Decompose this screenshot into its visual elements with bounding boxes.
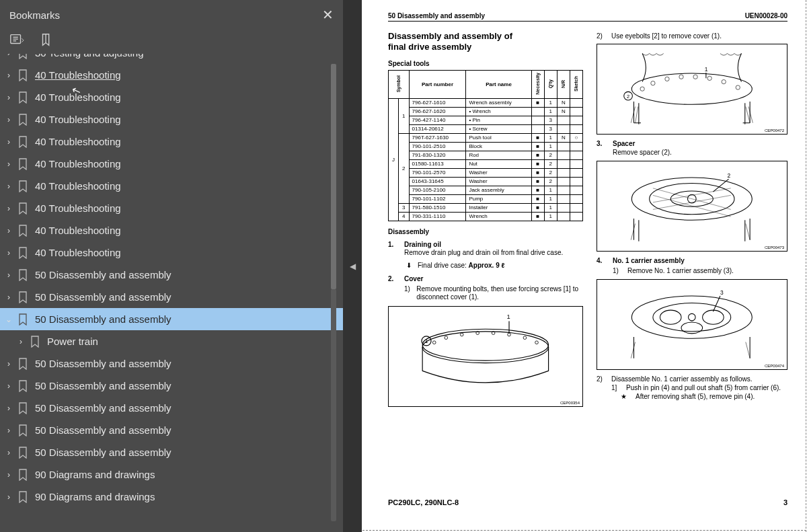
chevron-icon[interactable]: › — [4, 226, 13, 235]
chevron-icon[interactable]: › — [4, 381, 13, 391]
svg-point-22 — [665, 77, 669, 81]
bookmark-item[interactable]: ›40 Troubleshooting — [0, 219, 343, 241]
svg-point-8 — [445, 336, 448, 339]
table-row: J1796-627-1610Wrench assembly■1N — [389, 98, 583, 107]
chevron-icon[interactable]: › — [4, 159, 13, 169]
bookmark-item[interactable]: ›40 Troubleshooting — [0, 64, 343, 86]
scrollbar-thumb-lower[interactable] — [331, 289, 336, 521]
footer-pagenum: 3 — [783, 498, 787, 506]
chevron-icon[interactable]: › — [4, 426, 13, 435]
bookmark-item[interactable]: ›40 Troubleshooting — [0, 108, 343, 130]
chevron-icon[interactable]: › — [4, 137, 13, 147]
svg-point-51 — [703, 310, 724, 324]
bookmark-label[interactable]: Power train — [47, 336, 98, 347]
svg-line-57 — [714, 296, 721, 311]
bookmark-item[interactable]: ›40 Troubleshooting — [0, 197, 343, 219]
bookmark-label[interactable]: 40 Troubleshooting — [35, 202, 121, 214]
bookmark-item[interactable]: ›30 Testing and adjusting — [0, 54, 343, 64]
bookmark-item[interactable]: ›Power train — [0, 330, 343, 352]
bookmark-label[interactable]: 40 Troubleshooting — [35, 91, 121, 103]
bookmark-item[interactable]: ›50 Disassembly and assembly — [0, 286, 343, 308]
page-edge-right — [806, 0, 806, 532]
bookmark-item[interactable]: ›90 Diagrams and drawings — [0, 486, 343, 508]
svg-text:3: 3 — [720, 289, 724, 296]
svg-point-26 — [722, 80, 726, 84]
bookmark-label[interactable]: 50 Disassembly and assembly — [35, 269, 171, 280]
header-right: UEN00028-00 — [745, 12, 787, 20]
bookmark-icon — [16, 136, 30, 148]
chevron-icon[interactable]: › — [4, 492, 13, 502]
bookmark-label[interactable]: 40 Troubleshooting — [35, 114, 121, 125]
bookmark-label[interactable]: 50 Disassembly and assembly — [35, 313, 171, 325]
step-1: 1. Draining oil Remove drain plug and dr… — [388, 241, 583, 270]
chevron-icon[interactable]: › — [4, 270, 13, 280]
bookmark-item[interactable]: ›50 Disassembly and assembly — [0, 397, 343, 419]
bookmark-item[interactable]: ›40 Troubleshooting — [0, 175, 343, 197]
scrollbar[interactable] — [331, 64, 336, 521]
bookmark-label[interactable]: 30 Testing and adjusting — [35, 54, 144, 59]
bookmark-label[interactable]: 50 Disassembly and assembly — [35, 447, 171, 458]
bookmark-label[interactable]: 40 Troubleshooting — [35, 69, 121, 81]
panel-divider[interactable]: ◀ — [343, 0, 362, 532]
bookmark-label[interactable]: 40 Troubleshooting — [35, 136, 121, 147]
bookmark-label[interactable]: 40 Troubleshooting — [35, 158, 121, 169]
bookmark-label[interactable]: 90 Diagrams and drawings — [35, 469, 155, 480]
chevron-icon[interactable]: › — [4, 115, 13, 124]
chevron-icon[interactable]: › — [4, 248, 13, 258]
bookmark-item[interactable]: ›40 Troubleshooting — [0, 86, 343, 108]
bookmark-label[interactable]: 50 Disassembly and assembly — [35, 380, 171, 391]
options-icon[interactable] — [9, 32, 24, 47]
bookmarks-list[interactable]: ›30 Testing and adjusting›40 Troubleshoo… — [0, 54, 343, 532]
chevron-icon[interactable]: › — [16, 337, 26, 346]
bookmark-label[interactable]: 40 Troubleshooting — [35, 247, 121, 258]
page-header: 50 Disassembly and assembly UEN00028-00 — [388, 12, 787, 20]
bookmark-item[interactable]: ›50 Disassembly and assembly — [0, 375, 343, 397]
chevron-icon[interactable]: › — [4, 448, 13, 457]
bookmark-icon — [16, 424, 30, 436]
table-row: 01643-31645Washer■2 — [389, 177, 583, 186]
chevron-icon[interactable]: › — [4, 204, 13, 213]
app-root: Bookmarks ✕ ›30 Testing and adjusting›40… — [0, 0, 807, 532]
scrollbar-thumb[interactable] — [331, 64, 336, 289]
svg-point-6 — [422, 331, 548, 363]
bookmark-item[interactable]: ›90 Diagrams and drawings — [0, 463, 343, 486]
bookmark-label[interactable]: 50 Disassembly and assembly — [35, 402, 171, 414]
step-2: 2. Cover 1)Remove mounting bolts, then u… — [388, 275, 583, 302]
svg-point-27 — [736, 85, 740, 89]
chevron-icon[interactable]: › — [4, 71, 13, 80]
bookmark-label[interactable]: 40 Troubleshooting — [35, 180, 121, 192]
chevron-icon[interactable]: › — [4, 470, 13, 480]
header-rule — [388, 21, 787, 22]
bookmark-item[interactable]: ›50 Disassembly and assembly — [0, 419, 343, 441]
close-icon[interactable]: ✕ — [322, 7, 334, 23]
bookmark-item[interactable]: ›40 Troubleshooting — [0, 153, 343, 175]
bookmark-label[interactable]: 50 Disassembly and assembly — [35, 424, 171, 436]
bookmark-item[interactable]: ›50 Disassembly and assembly — [0, 441, 343, 463]
table-row: 796-427-1140• Pin3 — [389, 116, 583, 124]
bookmark-label[interactable]: 90 Diagrams and drawings — [35, 491, 155, 502]
svg-point-13 — [523, 336, 527, 339]
bookmark-item[interactable]: ›50 Disassembly and assembly — [0, 264, 343, 286]
chevron-icon[interactable]: ⌄ — [4, 315, 13, 324]
document-viewport[interactable]: 50 Disassembly and assembly UEN00028-00 … — [362, 0, 807, 532]
chevron-icon[interactable]: › — [4, 293, 13, 302]
figure-cover: 1 1 CEP00354 — [388, 306, 583, 407]
bookmark-label[interactable]: 50 Disassembly and assembly — [35, 291, 171, 303]
chevron-icon[interactable]: › — [4, 54, 13, 58]
chevron-icon[interactable]: › — [4, 93, 13, 102]
bookmark-item[interactable]: ›50 Disassembly and assembly — [0, 352, 343, 375]
chevron-icon[interactable]: › — [4, 182, 13, 191]
figure-spacer: 2 CEP00473 — [597, 161, 787, 252]
collapse-icon[interactable]: ◀ — [350, 262, 356, 271]
bookmark-icon — [16, 202, 30, 215]
bookmark-item[interactable]: ›40 Troubleshooting — [0, 130, 343, 153]
bookmark-label[interactable]: 50 Disassembly and assembly — [35, 358, 171, 369]
find-bookmark-icon[interactable] — [39, 32, 54, 47]
chevron-icon[interactable]: › — [4, 359, 13, 369]
svg-text:1: 1 — [425, 338, 428, 344]
chevron-icon[interactable]: › — [4, 404, 13, 413]
table-row: 791-830-1320Rod■2 — [389, 151, 583, 159]
bookmark-label[interactable]: 40 Troubleshooting — [35, 225, 121, 236]
bookmark-item[interactable]: ›40 Troubleshooting — [0, 241, 343, 264]
bookmark-item[interactable]: ⌄50 Disassembly and assembly — [0, 308, 343, 330]
